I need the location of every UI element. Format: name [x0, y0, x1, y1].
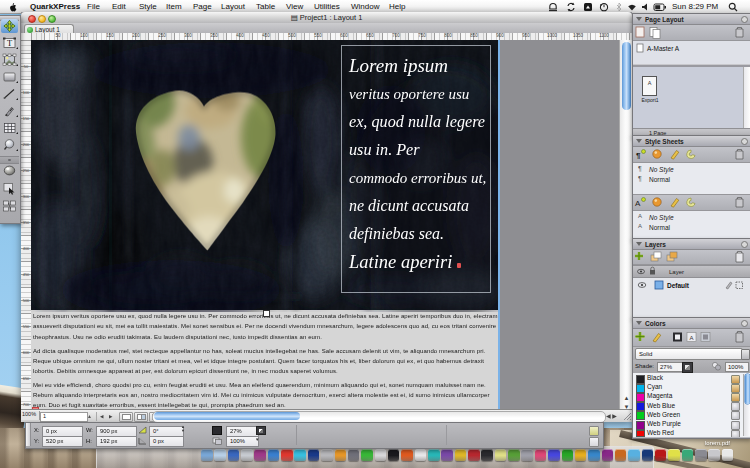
svg-text:A-Master A: A-Master A — [647, 45, 680, 52]
svg-text:¶: ¶ — [636, 151, 641, 160]
svg-text:T: T — [7, 38, 13, 48]
svg-text:Default: Default — [667, 282, 690, 289]
svg-text:Layer: Layer — [669, 269, 684, 275]
svg-text:A: A — [635, 199, 641, 208]
svg-text:A: A — [690, 335, 694, 341]
